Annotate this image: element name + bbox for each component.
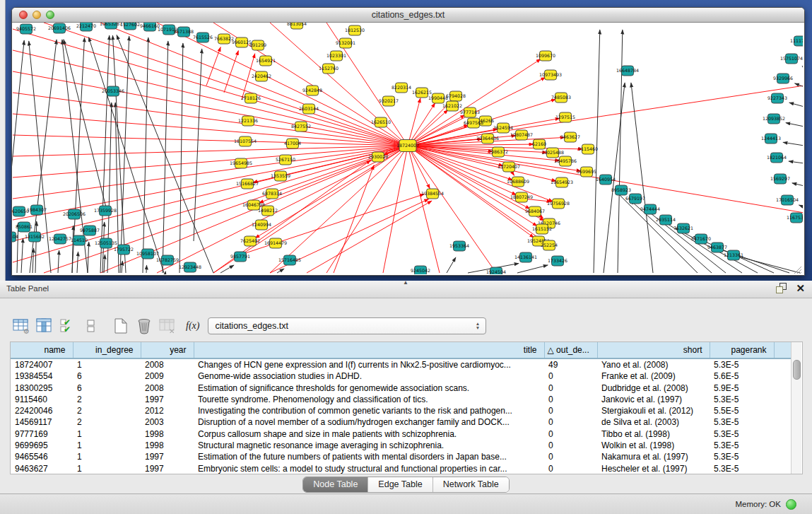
table-cell[interactable] [774, 463, 793, 474]
table-cell[interactable]: 1998 [141, 428, 194, 440]
table-cell[interactable]: 5.5E-5 [710, 405, 774, 416]
scrollbar-thumb[interactable] [793, 360, 801, 380]
table-cell[interactable]: 1 [73, 440, 141, 451]
table-cell[interactable] [774, 440, 793, 451]
table-header-row[interactable]: namein_degreeyeartitle△ out_de...shortpa… [11, 342, 793, 358]
table-row[interactable]: 946554611997Estimation of the future num… [11, 451, 793, 462]
attribute-table[interactable]: namein_degreeyeartitle△ out_de...shortpa… [11, 342, 794, 474]
table-cell[interactable]: Estimation of significance thresholds fo… [194, 382, 544, 394]
table-cell[interactable]: 9465546 [11, 451, 73, 462]
table-cell[interactable]: 18300295 [11, 382, 73, 394]
table-cell[interactable] [774, 382, 793, 394]
splitter-handle-icon[interactable]: ▲ [403, 279, 408, 286]
table-cell[interactable]: 2 [73, 405, 141, 416]
table-cell[interactable]: Nakamura et al. (1997) [597, 451, 710, 462]
table-cell[interactable]: 5.6E-5 [710, 370, 774, 382]
table-cell[interactable]: 19384554 [11, 370, 73, 382]
column-header-filler[interactable] [774, 342, 793, 358]
delete-column-icon[interactable] [136, 317, 153, 334]
table-cell[interactable]: 0 [544, 451, 597, 462]
table-cell[interactable]: 0 [544, 370, 597, 382]
table-cell[interactable]: de Silva et al. (2003) [597, 416, 710, 428]
network-window[interactable]: citations_edges.txt 94055722069140622124… [11, 7, 805, 276]
table-cell[interactable]: Changes of HCN gene expression and I(f) … [194, 358, 544, 370]
table-cell[interactable]: 2 [73, 394, 141, 405]
table-cell[interactable]: 5.3E-5 [710, 394, 774, 405]
table-cell[interactable] [774, 416, 793, 428]
table-cell[interactable]: 1 [73, 358, 141, 370]
table-cell[interactable]: Corpus callosum shape and size in male p… [194, 428, 544, 440]
network-canvas[interactable]: 9405572206914062212470106532871527602946… [12, 23, 803, 274]
table-cell[interactable]: 5.3E-5 [710, 428, 774, 440]
table-cell[interactable]: 1 [73, 463, 141, 474]
tab-edge-table[interactable]: Edge Table [367, 477, 432, 492]
table-cell[interactable]: 1 [73, 428, 141, 440]
table-cell[interactable] [774, 370, 793, 382]
column-header-pagerank[interactable]: pagerank [710, 342, 774, 358]
column-checks-icon[interactable]: ✔ ✔ [59, 317, 76, 334]
table-cell[interactable]: Embryonic stem cells: a model to study s… [194, 463, 544, 474]
table-cell[interactable]: 0 [544, 463, 597, 474]
table-cell[interactable]: 2008 [141, 382, 194, 394]
table-row[interactable]: 1938455462009Genome-wide association stu… [11, 370, 793, 382]
column-header-title[interactable]: title [194, 342, 544, 358]
column-header-short[interactable]: short [597, 342, 710, 358]
table-cell[interactable]: 1997 [141, 394, 194, 405]
table-cell[interactable]: Genome-wide association studies in ADHD. [194, 370, 544, 382]
table-cell[interactable]: Franke et al. (2009) [597, 370, 710, 382]
table-select-dropdown[interactable]: citations_edges.txt ▲▼ [208, 317, 486, 334]
table-cell[interactable]: 0 [544, 428, 597, 440]
table-row[interactable]: 946362711997Embryonic stem cells: a mode… [11, 463, 793, 474]
table-cell[interactable]: Tourette syndrome. Phenomenology and cla… [194, 394, 544, 405]
column-header-year[interactable]: year [141, 342, 194, 358]
table-cell[interactable] [774, 428, 793, 440]
table-row[interactable]: 911546021997Tourette syndrome. Phenomeno… [11, 394, 793, 405]
table-cell[interactable]: 2008 [141, 358, 194, 370]
table-cell[interactable]: 9777169 [11, 428, 73, 440]
table-cell[interactable]: Hescheler et al. (1997) [597, 463, 710, 474]
float-panel-icon[interactable] [776, 283, 787, 293]
table-cell[interactable]: 2009 [141, 370, 194, 382]
function-builder-icon[interactable]: f(x) [186, 320, 199, 332]
table-cell[interactable]: 5.9E-5 [710, 382, 774, 394]
table-cell[interactable]: 0 [544, 382, 597, 394]
table-cell[interactable]: 2 [73, 416, 141, 428]
table-cell[interactable]: 9115460 [11, 394, 73, 405]
table-row[interactable]: 1872400712008Changes of HCN gene express… [11, 358, 793, 370]
table-row[interactable]: 1456911722003Disruption of a novel membe… [11, 416, 793, 428]
column-header-name[interactable]: name [11, 342, 73, 358]
memory-status-icon[interactable] [786, 499, 796, 510]
table-cell[interactable]: Wolkin et al. (1998) [597, 440, 710, 451]
row-panes-icon[interactable] [83, 317, 100, 334]
tab-node-table[interactable]: Node Table [303, 477, 367, 492]
create-column-icon[interactable] [112, 317, 129, 334]
table-row[interactable]: 969969511998Structural magnetic resonanc… [11, 440, 793, 451]
table-cell[interactable]: 9699695 [11, 440, 73, 451]
table-cell[interactable]: 0 [544, 416, 597, 428]
node-table[interactable]: namein_degreeyeartitle△ out_de...shortpa… [10, 341, 803, 474]
table-panel-titlebar[interactable]: ▲ Table Panel ✕ [0, 281, 812, 298]
table-cell[interactable]: 5.3E-5 [710, 463, 774, 474]
resize-grip[interactable] [794, 267, 801, 274]
table-cell[interactable]: 2012 [141, 405, 194, 416]
table-cell[interactable]: 9463627 [11, 463, 73, 474]
table-cell[interactable] [774, 358, 793, 370]
table-cell[interactable]: 2003 [141, 416, 194, 428]
table-cell[interactable]: Structural magnetic resonance image aver… [194, 440, 544, 451]
table-cell[interactable]: Dudbridge et al. (2008) [597, 382, 710, 394]
table-cell[interactable]: 5.3E-5 [710, 451, 774, 462]
table-cell[interactable] [774, 405, 793, 416]
table-row[interactable]: 1830029562008Estimation of significance … [11, 382, 793, 394]
table-cell[interactable]: 6 [73, 370, 141, 382]
column-header-in_degree[interactable]: in_degree [73, 342, 141, 358]
table-row[interactable]: 977716911998Corpus callosum shape and si… [11, 428, 793, 440]
tab-network-table[interactable]: Network Table [433, 477, 509, 492]
table-row[interactable]: 2242004622012Investigating the contribut… [11, 405, 793, 416]
table-cell[interactable]: 14569117 [11, 416, 73, 428]
table-cell[interactable]: 0 [544, 394, 597, 405]
table-cell[interactable]: 0 [544, 440, 597, 451]
table-cell[interactable]: 5.3E-5 [710, 440, 774, 451]
table-cell[interactable]: Yano et al. (2008) [597, 358, 710, 370]
table-cell[interactable]: Stergiakouli et al. (2012) [597, 405, 710, 416]
table-cell[interactable]: 1997 [141, 463, 194, 474]
